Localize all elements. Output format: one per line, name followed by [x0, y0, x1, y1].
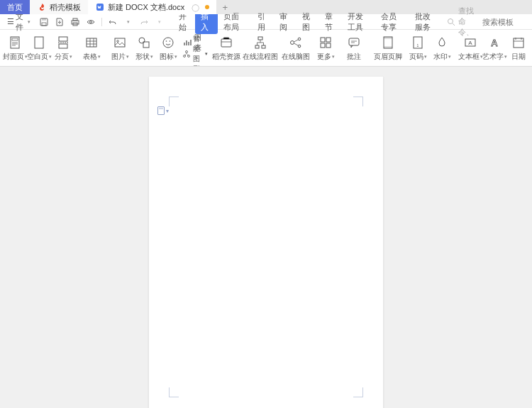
svg-rect-45	[514, 38, 523, 48]
svg-rect-2	[42, 18, 46, 21]
svg-rect-36	[349, 38, 359, 45]
margin-corner-tr	[353, 97, 363, 106]
header-footer-button[interactable]: 页眉页脚	[370, 31, 406, 65]
icons-icon	[160, 35, 176, 50]
preview-icon[interactable]	[84, 16, 97, 28]
page[interactable]: ▾	[149, 77, 383, 408]
svg-rect-11	[35, 37, 43, 48]
svg-point-17	[139, 38, 145, 43]
flowchart-icon	[253, 35, 268, 50]
svg-rect-12	[59, 37, 67, 41]
svg-rect-34	[321, 43, 325, 48]
file-menu-label: 文件	[16, 11, 26, 33]
tab-template[interactable]: 稻壳模板	[30, 0, 88, 14]
undo-dropdown[interactable]: ▾	[122, 16, 135, 28]
smartart-button[interactable]: 智能图形▾	[180, 48, 210, 60]
tab-home[interactable]: 首页	[0, 0, 30, 14]
chevron-down-icon: ▾	[28, 19, 31, 25]
svg-point-16	[117, 40, 119, 42]
comment-label: 批注	[347, 52, 361, 62]
more-label: 更多	[317, 52, 331, 62]
svg-point-31	[298, 45, 301, 48]
cover-page-button[interactable]: 封面页▾	[3, 31, 27, 65]
shape-button[interactable]: 形状▾	[132, 31, 156, 65]
file-menu[interactable]: ☰ 文件 ▾	[3, 11, 35, 33]
resource-icon	[218, 35, 234, 50]
icons-label: 图标	[160, 52, 174, 62]
svg-rect-15	[115, 38, 125, 47]
bookmark-icon	[157, 106, 165, 115]
save-icon[interactable]	[38, 16, 50, 28]
tab-home-label: 首页	[7, 2, 23, 13]
tab-template-label: 稻壳模板	[50, 2, 81, 13]
svg-point-30	[298, 38, 301, 40]
date-button[interactable]: 日期	[506, 31, 531, 65]
watermark-label: 水印	[433, 52, 448, 62]
search-icon	[447, 18, 455, 26]
cover-page-icon	[7, 35, 23, 50]
document-area: ▾	[0, 67, 532, 408]
table-button[interactable]: 表格▾	[79, 31, 104, 65]
svg-point-20	[166, 40, 167, 42]
shape-label: 形状	[135, 52, 150, 62]
more-icon	[318, 35, 333, 50]
icons-button[interactable]: 图标▾	[156, 31, 180, 65]
export-icon[interactable]	[53, 16, 66, 28]
tab-new[interactable]: +	[216, 0, 233, 14]
page-number-button[interactable]: 1页码▾	[406, 31, 430, 65]
comment-icon: ◯	[192, 4, 199, 11]
flowchart-button[interactable]: 在线流程图	[243, 31, 278, 65]
svg-text:1: 1	[417, 43, 419, 48]
svg-rect-14	[87, 38, 96, 47]
textbox-button[interactable]: A文本框▾	[458, 31, 482, 65]
resource-label: 稻壳资源	[212, 52, 240, 62]
watermark-button[interactable]: 水印▾	[430, 31, 454, 65]
menu-review-svc[interactable]: 批改服务	[409, 10, 443, 34]
resource-button[interactable]: 稻壳资源	[214, 31, 238, 65]
more-button[interactable]: 更多▾	[314, 31, 338, 65]
picture-button[interactable]: 图片▾	[108, 31, 132, 65]
page-break-icon	[55, 35, 71, 50]
menu-member[interactable]: 会员专享	[375, 10, 409, 34]
page-number-icon: 1	[410, 35, 426, 50]
menu-chapter[interactable]: 章节	[319, 10, 342, 34]
wordart-label: 艺术字	[482, 52, 504, 62]
tab-document[interactable]: 新建 DOCX 文档.docx ◯	[88, 0, 216, 14]
menu-references[interactable]: 引用	[252, 10, 275, 34]
mindmap-label: 在线脑图	[282, 52, 310, 62]
menu-review[interactable]: 审阅	[274, 10, 297, 34]
margin-corner-tl	[169, 97, 179, 106]
ribbon: 封面页▾ 空白页▾ 分页▾ 表格▾ 图片▾ 形状▾ 图标▾ 图表 智能图形▾ 稻…	[0, 30, 532, 67]
page-number-label: 页码	[409, 52, 423, 62]
textbox-label: 文本框	[458, 52, 480, 62]
header-footer-icon	[380, 35, 396, 50]
textbox-icon: A	[462, 35, 478, 50]
smartart-label: 智能图形	[193, 34, 201, 67]
blank-page-button[interactable]: 空白页▾	[27, 31, 51, 65]
svg-rect-18	[143, 42, 149, 48]
wordart-button[interactable]: A艺术字▾	[482, 31, 506, 65]
svg-rect-26	[258, 37, 262, 40]
quick-access: ▾ ▾	[35, 16, 169, 28]
date-icon	[511, 35, 526, 50]
mindmap-button[interactable]: 在线脑图	[278, 31, 314, 65]
redo-dropdown[interactable]: ▾	[153, 16, 166, 28]
svg-point-19	[163, 38, 173, 48]
print-icon[interactable]	[69, 16, 82, 28]
redo-icon[interactable]	[138, 16, 150, 28]
page-break-label: 分页	[55, 52, 69, 62]
menu-bar: ☰ 文件 ▾ ▾ ▾ 开始 插入 页面布局 引用 审阅 视图 章节 开发工具 会…	[0, 14, 532, 30]
table-label: 表格	[83, 52, 97, 62]
menu-view[interactable]: 视图	[297, 10, 319, 34]
svg-point-22	[186, 50, 188, 53]
menu-developer[interactable]: 开发工具	[342, 10, 376, 34]
search-input[interactable]	[482, 18, 525, 26]
page-break-button[interactable]: 分页▾	[51, 31, 75, 65]
header-footer-label: 页眉页脚	[374, 52, 402, 62]
comment-button[interactable]: 批注	[342, 31, 366, 65]
svg-text:A: A	[491, 38, 498, 48]
svg-rect-35	[326, 43, 331, 48]
bookmark-marker[interactable]: ▾	[157, 106, 169, 115]
svg-rect-10	[12, 38, 18, 40]
undo-icon[interactable]	[106, 16, 119, 28]
